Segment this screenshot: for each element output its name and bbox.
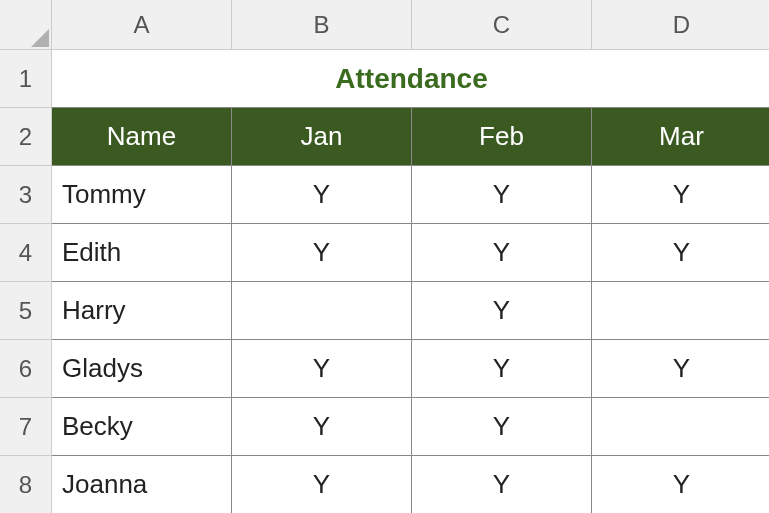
header-jan[interactable]: Jan — [232, 108, 412, 166]
cell-name[interactable]: Tommy — [52, 166, 232, 224]
col-header-D[interactable]: D — [592, 0, 769, 50]
row-header-1[interactable]: 1 — [0, 50, 52, 108]
cell-jan[interactable]: Y — [232, 456, 412, 513]
cell-name[interactable]: Gladys — [52, 340, 232, 398]
row-header-7[interactable]: 7 — [0, 398, 52, 456]
row-header-6[interactable]: 6 — [0, 340, 52, 398]
header-name[interactable]: Name — [52, 108, 232, 166]
row-header-2[interactable]: 2 — [0, 108, 52, 166]
cell-mar[interactable]: Y — [592, 340, 769, 398]
cell-mar[interactable]: Y — [592, 456, 769, 513]
cell-jan[interactable]: Y — [232, 166, 412, 224]
cell-mar[interactable]: Y — [592, 166, 769, 224]
cell-jan[interactable]: Y — [232, 340, 412, 398]
col-header-A[interactable]: A — [52, 0, 232, 50]
cell-mar[interactable]: Y — [592, 224, 769, 282]
cell-feb[interactable]: Y — [412, 398, 592, 456]
cell-feb[interactable]: Y — [412, 166, 592, 224]
cell-name[interactable]: Joanna — [52, 456, 232, 513]
header-mar[interactable]: Mar — [592, 108, 769, 166]
col-header-C[interactable]: C — [412, 0, 592, 50]
cell-mar[interactable] — [592, 282, 769, 340]
cell-jan[interactable] — [232, 282, 412, 340]
spreadsheet-grid: A B C D 1 Attendance 2 Name Jan Feb Mar … — [0, 0, 769, 513]
cell-feb[interactable]: Y — [412, 282, 592, 340]
cell-mar[interactable] — [592, 398, 769, 456]
select-all-corner[interactable] — [0, 0, 52, 50]
cell-name[interactable]: Becky — [52, 398, 232, 456]
cell-jan[interactable]: Y — [232, 224, 412, 282]
header-feb[interactable]: Feb — [412, 108, 592, 166]
cell-feb[interactable]: Y — [412, 224, 592, 282]
row-header-3[interactable]: 3 — [0, 166, 52, 224]
row-header-4[interactable]: 4 — [0, 224, 52, 282]
row-header-8[interactable]: 8 — [0, 456, 52, 513]
cell-name[interactable]: Edith — [52, 224, 232, 282]
cell-name[interactable]: Harry — [52, 282, 232, 340]
cell-feb[interactable]: Y — [412, 340, 592, 398]
cell-jan[interactable]: Y — [232, 398, 412, 456]
title-cell[interactable]: Attendance — [52, 50, 769, 108]
col-header-B[interactable]: B — [232, 0, 412, 50]
cell-feb[interactable]: Y — [412, 456, 592, 513]
row-header-5[interactable]: 5 — [0, 282, 52, 340]
